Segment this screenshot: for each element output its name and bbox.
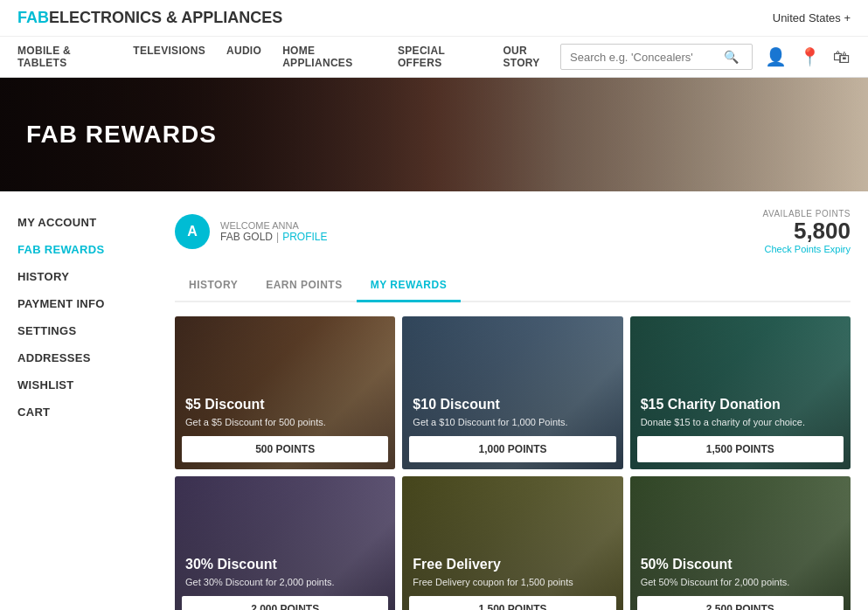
points-section: AVAILABLE POINTS 5,800 Check Points Expi… <box>763 209 851 254</box>
nav-bar: MOBILE & TABLETS TELEVISIONS AUDIO HOME … <box>0 37 868 78</box>
nav-our-story[interactable]: OUR STORY <box>503 45 560 69</box>
reward-card-5: 50% Discount Get 50% Discount for 2,000 … <box>630 476 851 610</box>
welcome-text: WELCOME ANNA <box>220 220 328 231</box>
region-selector[interactable]: United States + <box>773 11 851 24</box>
reward-card-0: $5 Discount Get a $5 Discount for 500 po… <box>175 316 395 469</box>
location-icon[interactable]: 📍 <box>799 46 821 67</box>
header-top: FAB ELECTRONICS & APPLIANCES United Stat… <box>0 0 868 37</box>
reward-points-button[interactable]: 2,500 POINTS <box>637 596 844 610</box>
reward-desc: Get a $5 Discount for 500 points. <box>185 416 385 428</box>
reward-desc: Get 30% Discount for 2,000 points. <box>185 576 385 588</box>
reward-card-3: 30% Discount Get 30% Discount for 2,000 … <box>175 476 395 610</box>
sidebar-item-my-account[interactable]: MY ACCOUNT <box>17 209 157 236</box>
logo: FAB ELECTRONICS & APPLIANCES <box>17 9 282 27</box>
main-content: MY ACCOUNT FAB REWARDS HISTORY PAYMENT I… <box>0 191 868 610</box>
sidebar: MY ACCOUNT FAB REWARDS HISTORY PAYMENT I… <box>17 209 175 610</box>
search-icon[interactable]: 🔍 <box>724 50 739 64</box>
reward-points-button[interactable]: 1,000 POINTS <box>409 436 615 462</box>
user-details: WELCOME ANNA FAB GOLD | PROFILE <box>220 220 328 243</box>
reward-card-content: 30% Discount Get 30% Discount for 2,000 … <box>175 546 395 588</box>
sidebar-item-fab-rewards[interactable]: FAB REWARDS <box>17 236 157 263</box>
avatar: A <box>175 214 210 249</box>
nav-audio[interactable]: AUDIO <box>226 45 261 69</box>
reward-card-overlay <box>402 476 622 610</box>
sidebar-item-payment-info[interactable]: PAYMENT INFO <box>17 290 157 317</box>
user-info: A WELCOME ANNA FAB GOLD | PROFILE <box>175 214 328 249</box>
user-tier: FAB GOLD <box>220 231 273 243</box>
sidebar-item-history[interactable]: HISTORY <box>17 263 157 290</box>
search-bar: 🔍 <box>560 44 753 70</box>
reward-desc: Donate $15 to a charity of your choice. <box>641 416 840 428</box>
profile-link[interactable]: PROFILE <box>282 231 327 243</box>
reward-title: $5 Discount <box>185 397 385 412</box>
user-badges: FAB GOLD | PROFILE <box>220 231 328 243</box>
tab-earn-points[interactable]: EARN POINTS <box>252 272 357 302</box>
hero-title: FAB REWARDS <box>26 121 217 149</box>
reward-card-content: Free Delivery Free Delivery coupon for 1… <box>402 546 622 588</box>
reward-title: Free Delivery <box>413 557 612 572</box>
bag-icon[interactable]: 🛍 <box>833 47 851 67</box>
reward-points-button[interactable]: 1,500 POINTS <box>637 436 844 462</box>
logo-fab: FAB <box>17 9 49 27</box>
reward-card-1: $10 Discount Get a $10 Discount for 1,00… <box>402 316 622 469</box>
nav-links: MOBILE & TABLETS TELEVISIONS AUDIO HOME … <box>17 45 560 69</box>
sidebar-item-addresses[interactable]: ADDRESSES <box>17 344 157 371</box>
sidebar-item-settings[interactable]: SETTINGS <box>17 317 157 344</box>
tab-my-rewards[interactable]: MY REWARDS <box>357 272 461 302</box>
reward-title: $15 Charity Donation <box>641 397 840 412</box>
user-icon[interactable]: 👤 <box>765 46 787 67</box>
reward-card-content: $10 Discount Get a $10 Discount for 1,00… <box>402 386 622 428</box>
account-section: A WELCOME ANNA FAB GOLD | PROFILE AVAILA… <box>175 209 851 610</box>
reward-title: $10 Discount <box>413 397 612 412</box>
check-expiry-link[interactable]: Check Points Expiry <box>763 244 851 254</box>
nav-special-offers[interactable]: SPECIAL OFFERS <box>398 45 482 69</box>
nav-mobile-tablets[interactable]: MOBILE & TABLETS <box>17 45 112 69</box>
points-value: 5,800 <box>763 218 851 244</box>
reward-points-button[interactable]: 2,000 POINTS <box>182 596 388 610</box>
reward-desc: Get 50% Discount for 2,000 points. <box>641 576 840 588</box>
reward-points-button[interactable]: 1,500 POINTS <box>409 596 615 610</box>
reward-desc: Get a $10 Discount for 1,000 Points. <box>413 416 612 428</box>
reward-card-overlay <box>630 476 851 610</box>
nav-home-appliances[interactable]: HOME APPLIANCES <box>282 45 377 69</box>
reward-card-content: $15 Charity Donation Donate $15 to a cha… <box>630 386 851 428</box>
logo-rest: ELECTRONICS & APPLIANCES <box>49 9 282 27</box>
sidebar-item-wishlist[interactable]: WISHLIST <box>17 371 157 399</box>
nav-televisions[interactable]: TELEVISIONS <box>133 45 205 69</box>
nav-icons: 👤 📍 🛍 <box>765 46 851 67</box>
rewards-tabs: HISTORY EARN POINTS MY REWARDS <box>175 272 851 302</box>
account-header: A WELCOME ANNA FAB GOLD | PROFILE AVAILA… <box>175 209 851 254</box>
reward-points-button[interactable]: 500 POINTS <box>182 436 388 462</box>
reward-card-2: $15 Charity Donation Donate $15 to a cha… <box>630 316 851 469</box>
reward-title: 50% Discount <box>641 557 840 572</box>
rewards-grid: $5 Discount Get a $5 Discount for 500 po… <box>175 316 851 610</box>
tab-history[interactable]: HISTORY <box>175 272 252 302</box>
hero-banner: FAB REWARDS <box>0 78 868 191</box>
reward-desc: Free Delivery coupon for 1,500 points <box>413 576 612 588</box>
hero-text: FAB REWARDS <box>0 121 243 149</box>
reward-card-content: $5 Discount Get a $5 Discount for 500 po… <box>175 386 395 428</box>
reward-card-4: Free Delivery Free Delivery coupon for 1… <box>402 476 622 610</box>
sidebar-item-cart[interactable]: CART <box>17 399 157 426</box>
badge-separator: | <box>276 231 279 243</box>
reward-title: 30% Discount <box>185 557 385 572</box>
search-input[interactable] <box>570 51 719 64</box>
reward-card-overlay <box>175 476 395 610</box>
reward-card-content: 50% Discount Get 50% Discount for 2,000 … <box>630 546 851 588</box>
